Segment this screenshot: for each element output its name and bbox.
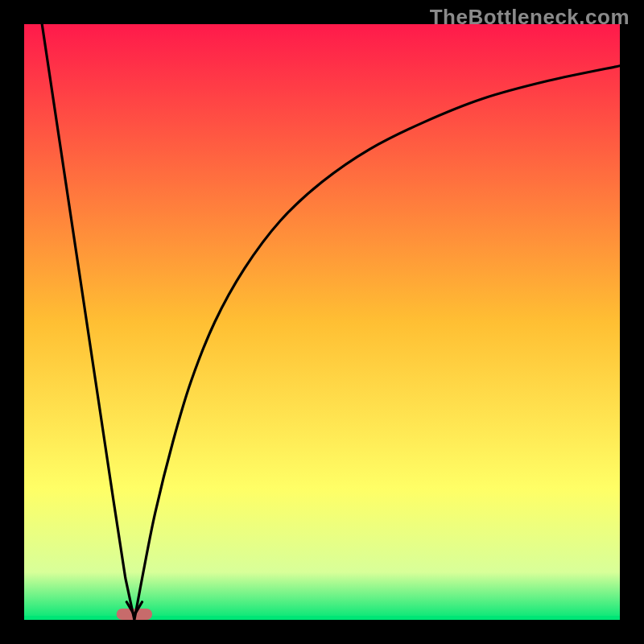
watermark-text: TheBottleneck.com (430, 5, 630, 30)
plot-background (24, 24, 620, 620)
baseline-green (24, 616, 620, 620)
chart-frame: TheBottleneck.com (0, 0, 644, 644)
bottleneck-chart (0, 0, 644, 644)
